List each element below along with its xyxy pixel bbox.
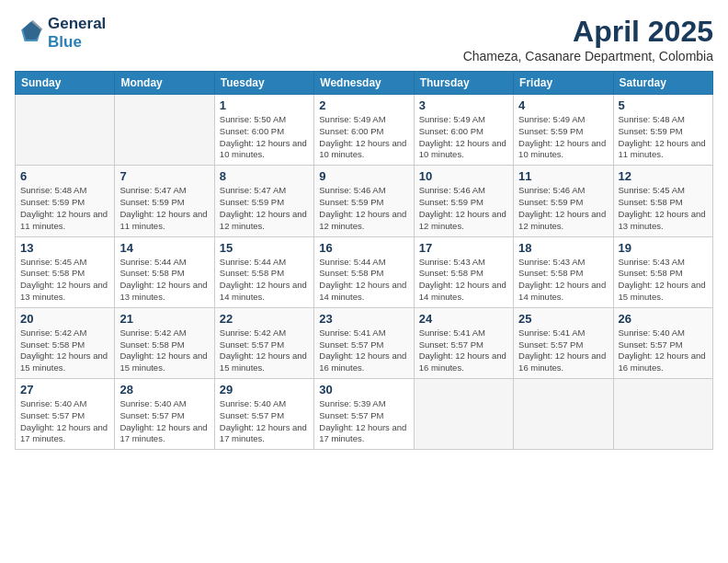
day-detail: Sunrise: 5:46 AMSunset: 5:59 PMDaylight:…: [319, 185, 408, 232]
calendar-day-cell: 6Sunrise: 5:48 AMSunset: 5:59 PMDaylight…: [16, 166, 115, 236]
calendar-day-cell: 30Sunrise: 5:39 AMSunset: 5:57 PMDayligh…: [314, 379, 414, 450]
day-number: 11: [518, 169, 608, 183]
day-number: 8: [220, 169, 309, 183]
day-detail: Sunrise: 5:45 AMSunset: 5:58 PMDaylight:…: [619, 185, 708, 232]
day-number: 20: [20, 312, 109, 326]
day-number: 22: [220, 312, 309, 326]
day-number: 18: [518, 241, 608, 255]
svg-marker-1: [23, 20, 42, 40]
day-number: 9: [319, 169, 408, 183]
day-number: 23: [319, 312, 408, 326]
day-number: 15: [220, 241, 309, 255]
day-detail: Sunrise: 5:40 AMSunset: 5:57 PMDaylight:…: [20, 398, 109, 445]
title-block: April 2025 Chameza, Casanare Department,…: [463, 15, 713, 63]
day-number: 1: [220, 98, 309, 112]
day-detail: Sunrise: 5:47 AMSunset: 5:59 PMDaylight:…: [220, 185, 309, 232]
day-detail: Sunrise: 5:43 AMSunset: 5:58 PMDaylight:…: [419, 257, 508, 304]
calendar-day-cell: 23Sunrise: 5:41 AMSunset: 5:57 PMDayligh…: [314, 307, 414, 378]
calendar-week-row: 20Sunrise: 5:42 AMSunset: 5:58 PMDayligh…: [16, 307, 713, 378]
day-detail: Sunrise: 5:39 AMSunset: 5:57 PMDaylight:…: [319, 398, 408, 445]
day-detail: Sunrise: 5:44 AMSunset: 5:58 PMDaylight:…: [319, 257, 408, 304]
month-year: April 2025: [463, 15, 713, 49]
calendar-day-cell: 15Sunrise: 5:44 AMSunset: 5:58 PMDayligh…: [214, 236, 313, 307]
day-detail: Sunrise: 5:46 AMSunset: 5:59 PMDaylight:…: [419, 185, 508, 232]
weekday-header-thursday: Thursday: [414, 72, 513, 95]
weekday-header-sunday: Sunday: [16, 72, 115, 95]
day-number: 25: [518, 312, 608, 326]
day-number: 17: [419, 241, 508, 255]
calendar-day-cell: [514, 379, 613, 450]
day-detail: Sunrise: 5:46 AMSunset: 5:59 PMDaylight:…: [518, 185, 608, 232]
calendar-day-cell: 25Sunrise: 5:41 AMSunset: 5:57 PMDayligh…: [514, 307, 613, 378]
day-detail: Sunrise: 5:41 AMSunset: 5:57 PMDaylight:…: [518, 327, 608, 374]
day-number: 14: [119, 241, 209, 255]
location: Chameza, Casanare Department, Colombia: [463, 49, 713, 63]
day-detail: Sunrise: 5:49 AMSunset: 6:00 PMDaylight:…: [319, 114, 408, 161]
page-header: General Blue April 2025 Chameza, Casanar…: [15, 15, 713, 63]
calendar-week-row: 1Sunrise: 5:50 AMSunset: 6:00 PMDaylight…: [16, 95, 713, 166]
day-detail: Sunrise: 5:41 AMSunset: 5:57 PMDaylight:…: [319, 327, 408, 374]
day-detail: Sunrise: 5:42 AMSunset: 5:58 PMDaylight:…: [20, 327, 109, 374]
calendar-day-cell: 28Sunrise: 5:40 AMSunset: 5:57 PMDayligh…: [115, 379, 214, 450]
day-detail: Sunrise: 5:42 AMSunset: 5:57 PMDaylight:…: [220, 327, 309, 374]
day-detail: Sunrise: 5:49 AMSunset: 5:59 PMDaylight:…: [518, 114, 608, 161]
calendar-day-cell: 13Sunrise: 5:45 AMSunset: 5:58 PMDayligh…: [16, 236, 115, 307]
calendar-day-cell: [613, 379, 712, 450]
calendar-table: SundayMondayTuesdayWednesdayThursdayFrid…: [15, 71, 713, 450]
day-number: 13: [20, 241, 109, 255]
calendar-day-cell: 17Sunrise: 5:43 AMSunset: 5:58 PMDayligh…: [414, 236, 513, 307]
calendar-week-row: 6Sunrise: 5:48 AMSunset: 5:59 PMDaylight…: [16, 166, 713, 236]
day-number: 30: [319, 383, 408, 396]
day-number: 24: [419, 312, 508, 326]
logo-text: General Blue: [48, 15, 106, 52]
weekday-header-row: SundayMondayTuesdayWednesdayThursdayFrid…: [16, 72, 713, 95]
day-detail: Sunrise: 5:48 AMSunset: 5:59 PMDaylight:…: [20, 185, 109, 232]
calendar-day-cell: 4Sunrise: 5:49 AMSunset: 5:59 PMDaylight…: [514, 95, 613, 166]
day-detail: Sunrise: 5:42 AMSunset: 5:58 PMDaylight:…: [119, 327, 209, 374]
calendar-day-cell: 19Sunrise: 5:43 AMSunset: 5:58 PMDayligh…: [613, 236, 712, 307]
day-number: 4: [518, 98, 608, 112]
calendar-day-cell: [16, 95, 115, 166]
calendar-day-cell: 11Sunrise: 5:46 AMSunset: 5:59 PMDayligh…: [514, 166, 613, 236]
day-number: 10: [419, 169, 508, 183]
weekday-header-saturday: Saturday: [613, 72, 712, 95]
calendar-day-cell: 9Sunrise: 5:46 AMSunset: 5:59 PMDaylight…: [314, 166, 414, 236]
calendar-day-cell: [115, 95, 214, 166]
weekday-header-tuesday: Tuesday: [214, 72, 313, 95]
day-detail: Sunrise: 5:49 AMSunset: 6:00 PMDaylight:…: [419, 114, 508, 161]
day-number: 6: [20, 169, 109, 183]
logo-icon: [15, 18, 44, 48]
calendar-day-cell: 18Sunrise: 5:43 AMSunset: 5:58 PMDayligh…: [514, 236, 613, 307]
calendar-week-row: 13Sunrise: 5:45 AMSunset: 5:58 PMDayligh…: [16, 236, 713, 307]
day-detail: Sunrise: 5:48 AMSunset: 5:59 PMDaylight:…: [619, 114, 708, 161]
calendar-day-cell: 22Sunrise: 5:42 AMSunset: 5:57 PMDayligh…: [214, 307, 313, 378]
calendar-day-cell: 26Sunrise: 5:40 AMSunset: 5:57 PMDayligh…: [613, 307, 712, 378]
day-number: 28: [119, 383, 209, 396]
calendar-day-cell: 20Sunrise: 5:42 AMSunset: 5:58 PMDayligh…: [16, 307, 115, 378]
day-detail: Sunrise: 5:47 AMSunset: 5:59 PMDaylight:…: [119, 185, 209, 232]
day-number: 5: [619, 98, 708, 112]
day-detail: Sunrise: 5:40 AMSunset: 5:57 PMDaylight:…: [619, 327, 708, 374]
day-number: 3: [419, 98, 508, 112]
day-detail: Sunrise: 5:40 AMSunset: 5:57 PMDaylight:…: [220, 398, 309, 445]
calendar-day-cell: 2Sunrise: 5:49 AMSunset: 6:00 PMDaylight…: [314, 95, 414, 166]
day-detail: Sunrise: 5:44 AMSunset: 5:58 PMDaylight:…: [220, 257, 309, 304]
day-detail: Sunrise: 5:43 AMSunset: 5:58 PMDaylight:…: [518, 257, 608, 304]
calendar-day-cell: 3Sunrise: 5:49 AMSunset: 6:00 PMDaylight…: [414, 95, 513, 166]
day-number: 27: [20, 383, 109, 396]
day-number: 29: [220, 383, 309, 396]
calendar-day-cell: 24Sunrise: 5:41 AMSunset: 5:57 PMDayligh…: [414, 307, 513, 378]
logo: General Blue: [15, 15, 106, 52]
day-number: 21: [119, 312, 209, 326]
day-detail: Sunrise: 5:45 AMSunset: 5:58 PMDaylight:…: [20, 257, 109, 304]
calendar-day-cell: 1Sunrise: 5:50 AMSunset: 6:00 PMDaylight…: [214, 95, 313, 166]
day-detail: Sunrise: 5:40 AMSunset: 5:57 PMDaylight:…: [119, 398, 209, 445]
calendar-day-cell: 12Sunrise: 5:45 AMSunset: 5:58 PMDayligh…: [613, 166, 712, 236]
weekday-header-friday: Friday: [514, 72, 613, 95]
calendar-day-cell: 21Sunrise: 5:42 AMSunset: 5:58 PMDayligh…: [115, 307, 214, 378]
calendar-day-cell: 27Sunrise: 5:40 AMSunset: 5:57 PMDayligh…: [16, 379, 115, 450]
calendar-day-cell: [414, 379, 513, 450]
day-number: 16: [319, 241, 408, 255]
calendar-day-cell: 5Sunrise: 5:48 AMSunset: 5:59 PMDaylight…: [613, 95, 712, 166]
calendar-day-cell: 7Sunrise: 5:47 AMSunset: 5:59 PMDaylight…: [115, 166, 214, 236]
